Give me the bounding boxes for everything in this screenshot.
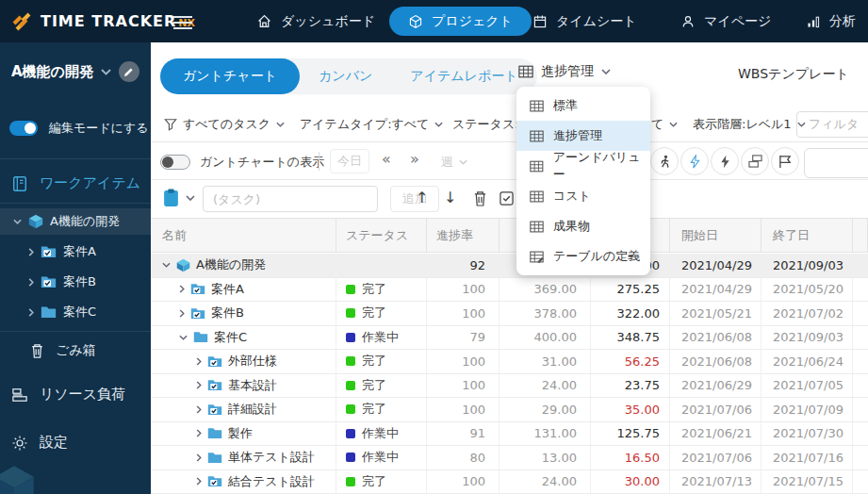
nav-analytics[interactable]: 分析 xyxy=(806,0,856,42)
filter-button[interactable]: フィルタ xyxy=(796,111,868,138)
hierarchy-view-button[interactable] xyxy=(741,147,769,175)
sidebar-tree-case-a[interactable]: 案件A xyxy=(0,239,151,265)
col-header-name[interactable]: 名前 xyxy=(151,219,336,252)
nav-timesheet[interactable]: タイムシート xyxy=(532,0,637,42)
bar-chart-icon xyxy=(806,14,821,29)
status-badge xyxy=(346,333,355,342)
folder-icon xyxy=(193,331,208,343)
table-row[interactable]: 単体テスト設計 作業中 80 13.00 16.50 2021/07/06 20… xyxy=(151,446,868,470)
resource-load-icon xyxy=(11,387,28,403)
chevron-right-icon[interactable] xyxy=(179,309,185,318)
divider xyxy=(319,152,319,171)
lightning-outline-icon xyxy=(689,155,701,169)
table-row[interactable]: 詳細設計 完了 100 29.00 35.00 2021/07/06 2021/… xyxy=(151,398,868,422)
sidebar-item-workitems[interactable]: ワークアイテム xyxy=(11,174,140,192)
chevron-right-icon[interactable] xyxy=(196,429,202,437)
menu-item-table-definition[interactable]: テーブルの定義 xyxy=(516,241,650,272)
menu-item-standard[interactable]: 標準 xyxy=(516,91,650,121)
prev-period-button[interactable]: « xyxy=(382,150,391,168)
edit-project-button[interactable] xyxy=(119,61,139,82)
task-filter-dropdown[interactable]: すべてのタスク xyxy=(164,116,285,133)
sidebar-tree-case-b[interactable]: 案件B xyxy=(0,269,151,295)
divider xyxy=(0,203,151,204)
nav-mypage[interactable]: マイページ xyxy=(680,0,771,42)
chevron-right-icon[interactable] xyxy=(196,405,202,414)
menu-item-earned-value[interactable]: アーンドバリュー xyxy=(516,151,650,181)
tab-gantt-chart[interactable]: ガントチャート xyxy=(160,58,300,94)
sidebar-item-settings[interactable]: 設定 xyxy=(11,434,68,452)
status-badge xyxy=(346,429,355,438)
col-header-status[interactable]: ステータス xyxy=(336,219,427,252)
sidebar-item-resource-load[interactable]: リソース負荷 xyxy=(11,386,125,403)
chevron-right-icon[interactable] xyxy=(196,381,202,389)
delete-task-icon[interactable] xyxy=(473,190,487,206)
chevron-down-icon[interactable] xyxy=(101,69,111,75)
nav-dashboard[interactable]: ダッシュボード xyxy=(256,0,375,42)
chevron-right-icon[interactable] xyxy=(179,285,185,293)
tab-kanban[interactable]: カンバン xyxy=(300,58,391,94)
table-row[interactable]: 案件A 完了 100 369.00 275.25 2021/04/29 2021… xyxy=(151,278,868,303)
table-row[interactable]: 結合テスト設計 完了 100 24.00 30.00 2021/07/13 20… xyxy=(151,470,868,494)
sidebar-item-trash[interactable]: ごみ箱 xyxy=(30,342,96,359)
task-type-chevron-icon[interactable] xyxy=(186,195,195,201)
table-row[interactable]: A機能の開発 92 6.00 2021/04/29 2021/09/03 xyxy=(151,254,868,278)
sidebar-tree-case-c[interactable]: 案件C xyxy=(0,299,151,325)
menu-item-deliverables[interactable]: 成果物 xyxy=(516,211,650,241)
highlight-filled-button[interactable] xyxy=(711,147,739,175)
table-row[interactable]: 外部仕様 完了 100 31.00 56.25 2021/06/08 2021/… xyxy=(151,350,868,374)
brand-name: TIME TRACKER xyxy=(41,12,176,30)
menu-item-cost[interactable]: コスト xyxy=(516,181,650,211)
gantt-extra-box[interactable] xyxy=(804,148,868,178)
tab-item-report[interactable]: アイテムレポート xyxy=(391,58,536,94)
status-filter-dropdown-end[interactable]: て xyxy=(651,116,678,133)
hierarchy-filter-dropdown[interactable]: 表示階層:レベル1 xyxy=(693,116,806,133)
menu-item-progress-management[interactable]: 進捗管理 xyxy=(516,121,650,151)
chevron-down-icon[interactable] xyxy=(179,335,188,340)
today-button[interactable]: 今日 xyxy=(330,149,369,173)
sitemap-icon xyxy=(748,155,762,168)
status-filter-dropdown[interactable]: ステータス: xyxy=(452,116,519,133)
highlight-outline-button[interactable] xyxy=(680,147,709,175)
critical-path-button[interactable] xyxy=(650,147,679,175)
gantt-visibility-toggle[interactable] xyxy=(160,155,190,170)
next-period-button[interactable]: » xyxy=(410,150,419,168)
status-badge xyxy=(346,381,355,390)
milestone-flag-button[interactable] xyxy=(771,147,799,175)
chevron-down-icon xyxy=(276,122,285,127)
gantt-toggle-label: ガントチャートの表示 xyxy=(200,154,324,171)
wbs-template-button[interactable]: WBSテンプレート xyxy=(738,66,849,83)
chevron-right-icon[interactable] xyxy=(196,477,202,486)
col-header-extra xyxy=(853,219,868,252)
chevron-down-icon xyxy=(459,159,467,165)
funnel-icon xyxy=(164,118,177,131)
table-row[interactable]: 案件C 作業中 79 400.00 348.75 2021/06/08 2021… xyxy=(151,326,868,351)
status-badge xyxy=(346,356,355,366)
sidebar-tree-project[interactable]: A機能の開発 xyxy=(0,208,151,235)
table-row[interactable]: 基本設計 完了 100 24.00 23.75 2021/06/29 2021/… xyxy=(151,374,868,399)
table-row[interactable]: 製作 作業中 91 131.00 125.75 2021/06/21 2021/… xyxy=(151,422,868,447)
zoom-unit-dropdown[interactable]: 週 xyxy=(441,154,467,171)
folder-icon xyxy=(207,427,222,439)
edit-toolbar: 追加 ↑ ↓ xyxy=(151,180,868,218)
hamburger-menu-icon[interactable] xyxy=(173,12,192,29)
table-view-dropdown-trigger[interactable]: 進捗管理 xyxy=(518,63,611,80)
item-type-filter-dropdown[interactable]: アイテムタイプ:すべて xyxy=(300,116,443,133)
checkbox-icon[interactable] xyxy=(500,191,514,206)
add-task-button[interactable]: 追加 xyxy=(390,186,439,212)
chevron-right-icon[interactable] xyxy=(196,357,202,366)
new-task-input[interactable] xyxy=(203,186,378,212)
chevron-right-icon[interactable] xyxy=(196,453,202,462)
table-grid-icon xyxy=(530,190,544,203)
nav-project[interactable]: プロジェクト xyxy=(389,7,532,36)
col-header-progress[interactable]: 進捗率 xyxy=(427,219,500,252)
edit-mode-toggle[interactable] xyxy=(9,121,38,136)
move-down-button[interactable]: ↓ xyxy=(444,189,456,206)
col-header-start[interactable]: 開始日 xyxy=(670,219,762,252)
move-up-button[interactable]: ↑ xyxy=(416,189,428,206)
col-header-end[interactable]: 終了日 xyxy=(762,219,853,252)
table-row[interactable]: 案件B 完了 100 378.00 322.00 2021/05/21 2021… xyxy=(151,302,868,326)
task-type-clipboard-icon[interactable] xyxy=(163,189,179,207)
cube-watermark-icon xyxy=(0,464,36,494)
chevron-down-icon[interactable] xyxy=(162,262,171,268)
table-grid-icon xyxy=(530,221,544,233)
